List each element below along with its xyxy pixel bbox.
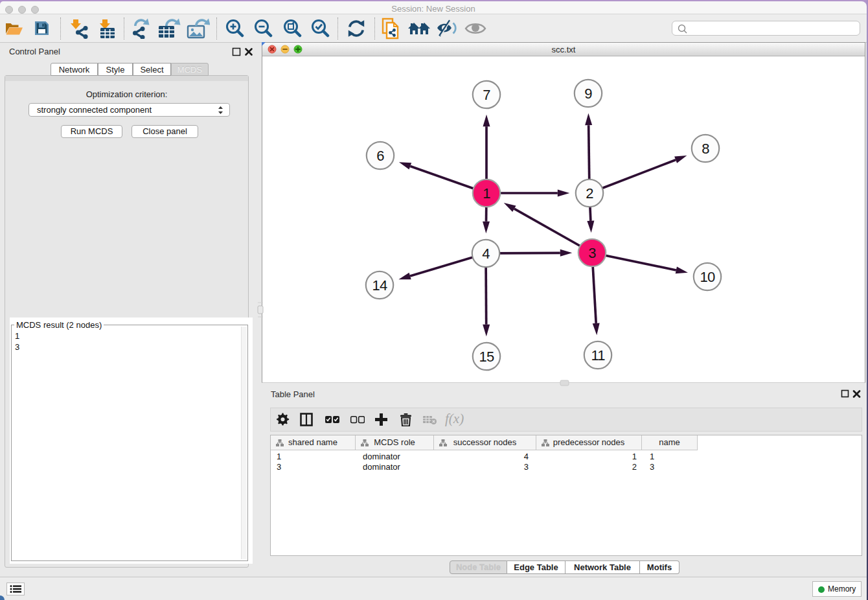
svg-text:10: 10 xyxy=(700,269,715,285)
svg-text:1: 1 xyxy=(483,185,490,202)
svg-text:2: 2 xyxy=(586,185,593,202)
svg-text:4: 4 xyxy=(482,246,490,262)
svg-text:11: 11 xyxy=(591,347,605,363)
svg-text:3: 3 xyxy=(588,245,596,261)
svg-text:15: 15 xyxy=(479,349,494,365)
svg-text:14: 14 xyxy=(372,277,387,294)
svg-text:8: 8 xyxy=(702,141,709,157)
svg-text:6: 6 xyxy=(376,148,384,164)
svg-text:7: 7 xyxy=(483,87,490,103)
svg-text:9: 9 xyxy=(584,86,592,102)
